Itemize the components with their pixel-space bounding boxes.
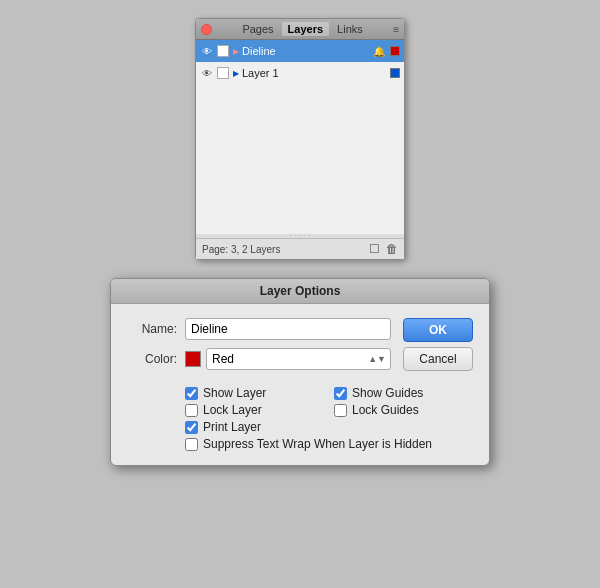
color-label: Color: [127,352,177,366]
eye-icon-dieline[interactable]: 👁 [200,44,214,58]
show-guides-checkbox[interactable] [334,387,347,400]
print-layer-checkbox[interactable] [185,421,198,434]
dialog-content: Name: Color: Red Blue Green Yellow [111,304,489,465]
tab-pages[interactable]: Pages [236,22,279,36]
print-layer-checkbox-row[interactable]: Print Layer [185,420,324,434]
layer-color-layer1 [390,68,400,78]
lock-layer-label: Lock Layer [203,403,262,417]
lock-layer-checkbox[interactable] [185,404,198,417]
layer-checkbox-dieline[interactable] [217,45,229,57]
tab-layers[interactable]: Layers [282,22,329,36]
dialog-title: Layer Options [111,279,489,304]
show-layer-checkbox[interactable] [185,387,198,400]
delete-layer-icon[interactable]: 🗑 [386,242,398,256]
cancel-button[interactable]: Cancel [403,347,473,371]
name-field-row: Name: [127,318,391,340]
eye-icon-layer1[interactable]: 👁 [200,66,214,80]
footer-text: Page: 3, 2 Layers [202,244,280,255]
ok-button[interactable]: OK [403,318,473,342]
panel-menu-icon[interactable]: ≡ [393,24,399,35]
lock-icon-dieline: 🔔 [373,46,385,57]
panel-close-button[interactable] [201,24,212,35]
layer-name-dieline: Dieline [242,45,373,57]
tab-links[interactable]: Links [331,22,369,36]
layer-row-layer1[interactable]: 👁 ▶ Layer 1 [196,62,404,84]
show-layer-checkbox-row[interactable]: Show Layer [185,386,324,400]
arrow-icon-dieline: ▶ [233,47,239,56]
suppress-label: Suppress Text Wrap When Layer is Hidden [203,437,432,451]
show-guides-label: Show Guides [352,386,423,400]
layers-empty-space [196,84,404,234]
suppress-row: Suppress Text Wrap When Layer is Hidden [127,437,473,451]
lock-guides-checkbox[interactable] [334,404,347,417]
panel-tabs: Pages Layers Links [212,22,393,36]
print-layer-label: Print Layer [203,420,261,434]
dialog-fields: Name: Color: Red Blue Green Yellow [127,318,391,378]
layer-row-dieline[interactable]: 👁 ▶ Dieline 🔔 [196,40,404,62]
footer-icons: ☐ 🗑 [369,242,398,256]
layer-name-layer1: Layer 1 [242,67,388,79]
layer-options-dialog: Layer Options Name: Color: [110,278,490,466]
layers-list: 👁 ▶ Dieline 🔔 👁 ▶ Layer 1 [196,40,404,234]
arrow-icon-layer1: ▶ [233,69,239,78]
dialog-buttons: OK Cancel [403,318,473,371]
lock-guides-label: Lock Guides [352,403,419,417]
show-guides-checkbox-row[interactable]: Show Guides [334,386,473,400]
color-select[interactable]: Red Blue Green Yellow Cyan Magenta [206,348,391,370]
new-layer-icon[interactable]: ☐ [369,242,380,256]
layer-color-dieline [390,46,400,56]
name-label: Name: [127,322,177,336]
lock-guides-checkbox-row[interactable]: Lock Guides [334,403,473,417]
dialog-overlay: Layer Options Name: Color: [110,278,490,466]
panel-titlebar: Pages Layers Links ≡ [196,19,404,40]
checkboxes-section: Show Layer Show Guides Lock Layer Lock G… [127,386,473,434]
color-field-row: Color: Red Blue Green Yellow Cyan Magent… [127,348,391,370]
show-layer-label: Show Layer [203,386,266,400]
panel-footer: Page: 3, 2 Layers ☐ 🗑 [196,238,404,259]
layer-checkbox-layer1[interactable] [217,67,229,79]
color-select-wrapper: Red Blue Green Yellow Cyan Magenta ▲▼ [185,348,391,370]
color-swatch [185,351,201,367]
layers-panel: Pages Layers Links ≡ 👁 ▶ Dieline 🔔 👁 ▶ L… [195,18,405,260]
lock-layer-checkbox-row[interactable]: Lock Layer [185,403,324,417]
name-input[interactable] [185,318,391,340]
dialog-main-row: Name: Color: Red Blue Green Yellow [127,318,473,378]
suppress-checkbox[interactable] [185,438,198,451]
